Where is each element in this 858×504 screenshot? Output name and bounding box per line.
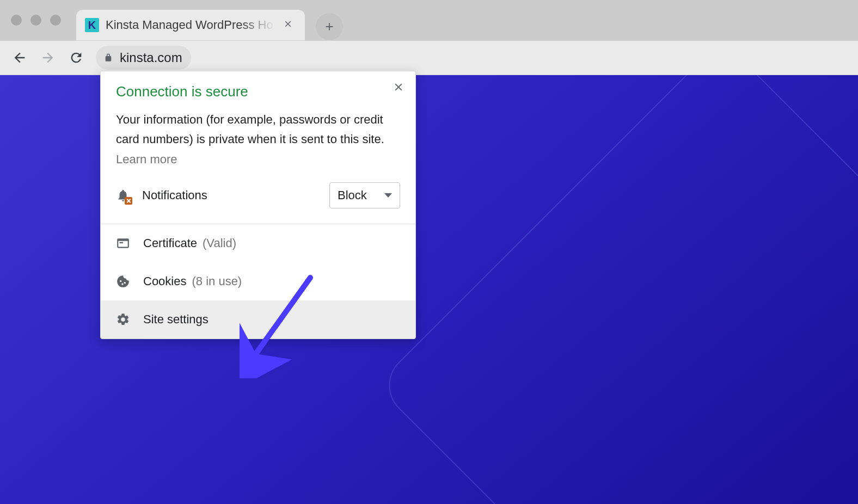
cookies-label: Cookies <box>143 274 186 288</box>
new-tab-button[interactable] <box>316 13 343 40</box>
certificate-label: Certificate <box>143 236 197 250</box>
chevron-down-icon <box>384 193 392 198</box>
bell-blocked-icon <box>116 188 130 202</box>
certificate-status: (Valid) <box>203 236 236 250</box>
plus-icon <box>323 21 335 33</box>
url-text: kinsta.com <box>120 50 182 65</box>
connection-status-title: Connection is secure <box>116 83 400 100</box>
site-settings-row[interactable]: Site settings <box>101 300 415 339</box>
learn-more-link[interactable]: Learn more <box>116 152 177 166</box>
cookie-icon <box>116 274 130 288</box>
notifications-permission-row: Notifications Block <box>101 169 415 224</box>
background-shape <box>376 75 858 504</box>
cookies-row[interactable]: Cookies (8 in use) <box>101 262 415 300</box>
gear-icon <box>116 312 130 327</box>
browser-toolbar: kinsta.com <box>0 40 858 75</box>
popover-close-button[interactable] <box>390 79 407 99</box>
tab-title: Kinsta Managed WordPress Ho <box>106 18 274 32</box>
cookies-status: (8 in use) <box>192 274 242 288</box>
arrow-left-icon <box>12 50 27 65</box>
close-icon <box>283 19 293 29</box>
certificate-row[interactable]: Certificate (Valid) <box>101 224 415 262</box>
traffic-lights <box>0 15 61 26</box>
lock-icon <box>103 53 113 63</box>
back-button[interactable] <box>7 45 33 71</box>
window-titlebar: K Kinsta Managed WordPress Ho <box>0 0 858 40</box>
forward-button[interactable] <box>35 45 61 71</box>
site-info-button[interactable]: kinsta.com <box>96 46 191 70</box>
tab-strip: K Kinsta Managed WordPress Ho <box>76 0 343 40</box>
notifications-select[interactable]: Block <box>329 182 400 208</box>
close-window-button[interactable] <box>11 15 22 26</box>
tab-favicon: K <box>85 18 99 32</box>
reload-button[interactable] <box>63 45 89 71</box>
connection-description: Your information (for example, passwords… <box>116 110 400 169</box>
notifications-value: Block <box>338 188 367 202</box>
arrow-right-icon <box>40 50 56 65</box>
minimize-window-button[interactable] <box>30 15 41 26</box>
connection-description-text: Your information (for example, passwords… <box>116 113 384 146</box>
maximize-window-button[interactable] <box>50 15 61 26</box>
browser-tab[interactable]: K Kinsta Managed WordPress Ho <box>76 10 305 40</box>
certificate-icon <box>116 236 130 250</box>
tab-close-button[interactable] <box>281 17 295 34</box>
site-info-popover: Connection is secure Your information (f… <box>100 71 416 339</box>
close-icon <box>393 81 405 93</box>
site-settings-label: Site settings <box>143 312 209 327</box>
reload-icon <box>69 50 84 65</box>
notifications-label: Notifications <box>142 188 317 202</box>
address-bar[interactable]: kinsta.com <box>96 46 851 70</box>
